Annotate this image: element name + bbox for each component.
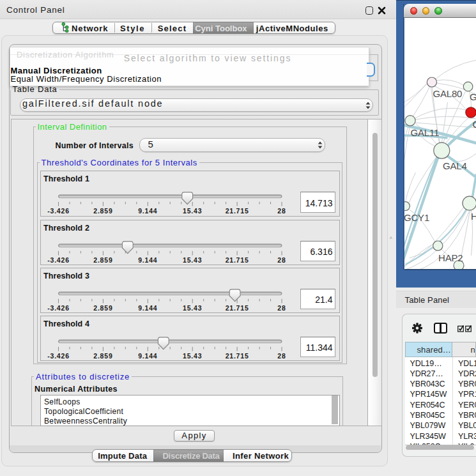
svg-text:21.715: 21.715 (226, 207, 249, 215)
svg-text:28: 28 (277, 207, 286, 215)
svg-text:GAL4: GAL4 (443, 160, 467, 171)
svg-text:21.715: 21.715 (226, 351, 249, 359)
svg-text:15.43: 15.43 (183, 256, 202, 263)
svg-text:21.715: 21.715 (226, 256, 249, 263)
svg-text:2.859: 2.859 (93, 351, 112, 359)
svg-text:2.859: 2.859 (93, 256, 112, 263)
svg-text:GCY1: GCY1 (404, 212, 429, 223)
svg-text:HI: HI (471, 211, 476, 222)
svg-text:28: 28 (277, 256, 286, 263)
svg-text:-3.426: -3.426 (47, 256, 70, 263)
svg-text:2.859: 2.859 (93, 303, 112, 311)
svg-text:HAP2: HAP2 (438, 252, 463, 263)
svg-text:9.144: 9.144 (138, 256, 157, 263)
svg-text:9.144: 9.144 (138, 207, 157, 215)
svg-text:GA: GA (470, 91, 476, 102)
svg-text:28: 28 (277, 351, 286, 359)
svg-text:15.43: 15.43 (183, 303, 202, 311)
svg-text:21.715: 21.715 (226, 303, 249, 311)
svg-text:9.144: 9.144 (138, 351, 157, 359)
svg-text:15.43: 15.43 (183, 207, 202, 215)
svg-text:-3.426: -3.426 (47, 207, 70, 215)
svg-text:-3.426: -3.426 (47, 303, 70, 311)
svg-text:2.859: 2.859 (93, 207, 112, 215)
svg-text:CD: CD (472, 119, 476, 130)
svg-text:-3.426: -3.426 (47, 351, 70, 359)
svg-text:GAL11: GAL11 (410, 127, 439, 138)
svg-text:28: 28 (277, 303, 286, 311)
svg-text:15.43: 15.43 (183, 351, 202, 359)
svg-text:9.144: 9.144 (138, 303, 157, 311)
svg-text:GAL80: GAL80 (433, 88, 462, 99)
